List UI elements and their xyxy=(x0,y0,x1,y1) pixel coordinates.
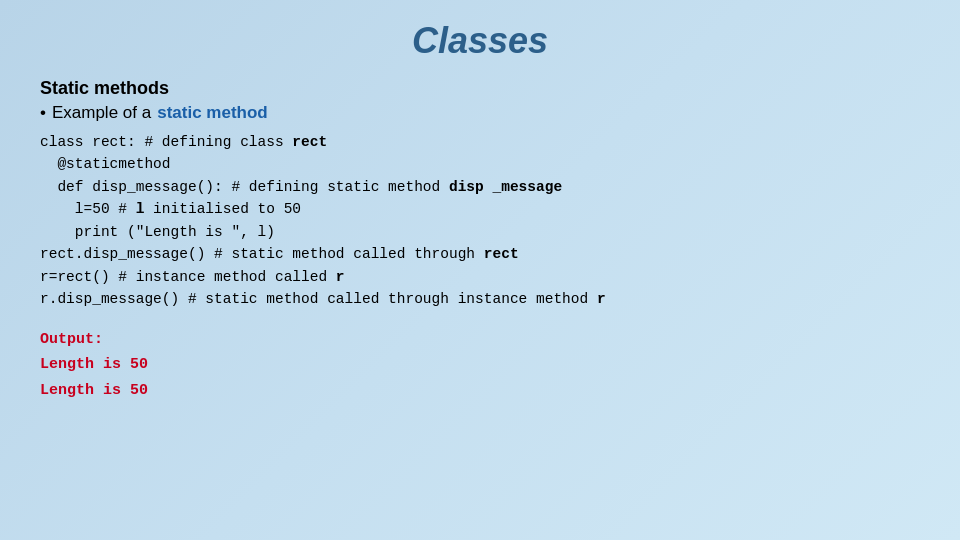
bullet-text-normal: Example of a xyxy=(52,103,151,123)
code-bold-r1: r xyxy=(336,269,345,285)
output-line-1: Length is 50 xyxy=(40,352,920,378)
code-line-6: rect.disp_message() # static method call… xyxy=(40,243,920,265)
code-line-1: class rect: # defining class rect xyxy=(40,131,920,153)
code-bold-r2: r xyxy=(597,291,606,307)
output-label: Output: xyxy=(40,327,920,353)
bullet-text-highlight: static method xyxy=(157,103,268,123)
code-line-5: print ("Length is ", l) xyxy=(40,221,920,243)
bullet-line: • Example of a static method xyxy=(40,103,920,123)
slide: Classes Static methods • Example of a st… xyxy=(0,0,960,540)
slide-title: Classes xyxy=(40,20,920,62)
code-line-4: l=50 # l initialised to 50 xyxy=(40,198,920,220)
code-line-2: @staticmethod xyxy=(40,153,920,175)
output-section: Output: Length is 50 Length is 50 xyxy=(40,327,920,404)
code-bold-rect1: rect xyxy=(292,134,327,150)
code-line-8: r.disp_message() # static method called … xyxy=(40,288,920,310)
code-bold-rect2: rect xyxy=(484,246,519,262)
code-line-3: def disp_message(): # defining static me… xyxy=(40,176,920,198)
code-line-7: r=rect() # instance method called r xyxy=(40,266,920,288)
code-bold-disp: disp _message xyxy=(449,179,562,195)
output-line-2: Length is 50 xyxy=(40,378,920,404)
code-block: class rect: # defining class rect @stati… xyxy=(40,131,920,311)
code-bold-l1: l xyxy=(136,201,145,217)
bullet-dot: • xyxy=(40,103,46,123)
section-heading: Static methods xyxy=(40,78,920,99)
